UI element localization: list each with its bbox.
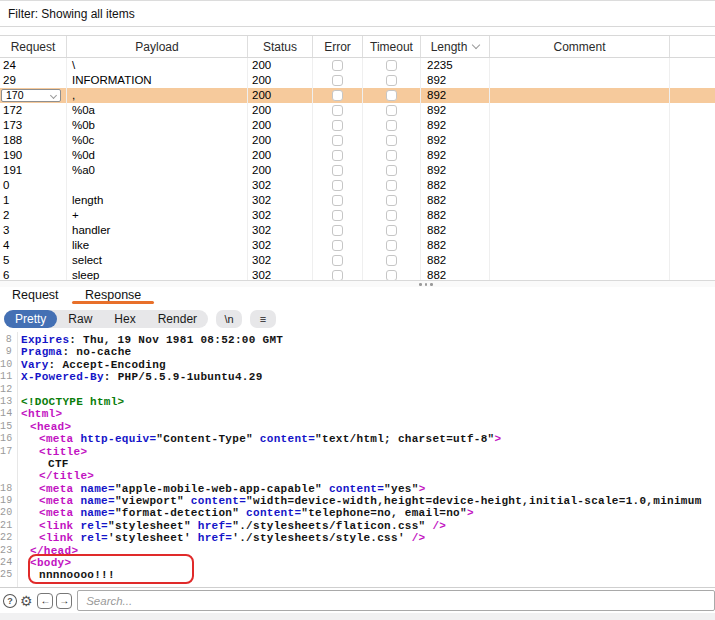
error-checkbox[interactable]: [332, 210, 343, 221]
error-checkbox[interactable]: [332, 180, 343, 191]
table-row[interactable]: 24\2002235: [0, 58, 715, 73]
table-row[interactable]: 191%a0200892: [0, 163, 715, 178]
error-checkbox[interactable]: [332, 270, 343, 280]
timeout-checkbox[interactable]: [386, 165, 397, 176]
view-render-button[interactable]: Render: [147, 310, 208, 328]
table-row[interactable]: 173%0b200892: [0, 118, 715, 133]
column-header-comment[interactable]: Comment: [490, 36, 670, 57]
column-header-request[interactable]: Request: [0, 36, 67, 57]
error-checkbox[interactable]: [332, 165, 343, 176]
view-raw-button[interactable]: Raw: [57, 310, 103, 328]
request-cell: 6: [0, 268, 67, 280]
payload-cell: like: [67, 238, 248, 253]
timeout-checkbox[interactable]: [386, 105, 397, 116]
error-cell: [313, 88, 363, 103]
timeout-checkbox[interactable]: [386, 120, 397, 131]
error-checkbox[interactable]: [332, 225, 343, 236]
length-cell: 882: [421, 223, 490, 238]
error-checkbox[interactable]: [332, 135, 343, 146]
code-line: 10Vary: Accept-Encoding: [0, 359, 715, 371]
error-checkbox[interactable]: [332, 60, 343, 71]
table-row[interactable]: 1length302882: [0, 193, 715, 208]
column-header-timeout[interactable]: Timeout: [363, 36, 421, 57]
request-cell: 24: [0, 58, 67, 73]
row-spacer: [670, 208, 715, 223]
error-cell: [313, 58, 363, 73]
error-cell: [313, 133, 363, 148]
settings-gear-icon[interactable]: ⚙: [20, 594, 33, 608]
row-selector-dropdown[interactable]: 170: [1, 89, 61, 102]
timeout-checkbox[interactable]: [386, 180, 397, 191]
payload-cell: handler: [67, 223, 248, 238]
timeout-cell: [363, 133, 421, 148]
length-cell: 892: [421, 118, 490, 133]
code-text: Expires: Thu, 19 Nov 1981 08:52:00 GMT: [15, 334, 283, 346]
timeout-checkbox[interactable]: [386, 75, 397, 86]
error-checkbox[interactable]: [332, 255, 343, 266]
table-row[interactable]: 2+302882: [0, 208, 715, 223]
table-row[interactable]: 6sleep302882: [0, 268, 715, 280]
timeout-checkbox[interactable]: [386, 150, 397, 161]
hamburger-icon: ≡: [260, 313, 266, 325]
response-code[interactable]: 8Expires: Thu, 19 Nov 1981 08:52:00 GMT9…: [0, 332, 715, 587]
timeout-checkbox[interactable]: [386, 225, 397, 236]
table-row[interactable]: 188%0c200892: [0, 133, 715, 148]
view-hex-button[interactable]: Hex: [103, 310, 146, 328]
timeout-checkbox[interactable]: [386, 60, 397, 71]
line-number: [0, 458, 15, 470]
splitter[interactable]: [0, 280, 715, 287]
bottom-strip: [0, 613, 715, 620]
error-checkbox[interactable]: [332, 105, 343, 116]
table-row[interactable]: 29INFORMATION200892: [0, 73, 715, 88]
line-number: 17: [0, 446, 15, 458]
line-number: 10: [0, 359, 15, 371]
table-row[interactable]: 3handler302882: [0, 223, 715, 238]
column-header-length[interactable]: Length: [421, 36, 490, 57]
splitter-handle-icon[interactable]: [419, 283, 433, 286]
error-checkbox[interactable]: [332, 240, 343, 251]
search-input[interactable]: [77, 590, 715, 611]
prev-match-button[interactable]: ←: [37, 593, 53, 609]
table-row[interactable]: 4like302882: [0, 238, 715, 253]
next-match-button[interactable]: →: [56, 593, 72, 609]
comment-cell: [490, 208, 670, 223]
timeout-checkbox[interactable]: [386, 90, 397, 101]
column-header-payload[interactable]: Payload: [67, 36, 248, 57]
table-row[interactable]: 5select302882: [0, 253, 715, 268]
error-checkbox[interactable]: [332, 75, 343, 86]
timeout-checkbox[interactable]: [386, 195, 397, 206]
timeout-checkbox[interactable]: [386, 135, 397, 146]
code-text: <meta name="format-detection" content="t…: [15, 507, 474, 519]
newline-toggle-button[interactable]: \n: [216, 310, 242, 328]
view-pretty-button[interactable]: Pretty: [4, 310, 57, 328]
timeout-checkbox[interactable]: [386, 270, 397, 280]
error-checkbox[interactable]: [332, 120, 343, 131]
error-checkbox[interactable]: [332, 150, 343, 161]
editor-menu-button[interactable]: ≡: [250, 310, 276, 328]
tab-response[interactable]: Response: [85, 288, 141, 302]
table-row[interactable]: 0302882: [0, 178, 715, 193]
timeout-checkbox[interactable]: [386, 240, 397, 251]
request-cell: 29: [0, 73, 67, 88]
column-header-error[interactable]: Error: [313, 36, 363, 57]
row-spacer: [670, 73, 715, 88]
column-header-status[interactable]: Status: [248, 36, 313, 57]
tab-request[interactable]: Request: [12, 288, 59, 302]
help-icon[interactable]: ?: [3, 594, 17, 608]
timeout-checkbox[interactable]: [386, 210, 397, 221]
payload-cell: select: [67, 253, 248, 268]
line-number: 12: [0, 384, 15, 396]
table-row[interactable]: 170,200892: [0, 88, 715, 103]
timeout-cell: [363, 253, 421, 268]
filter-bar[interactable]: Filter: Showing all items: [0, 0, 715, 27]
error-checkbox[interactable]: [332, 195, 343, 206]
row-spacer: [670, 163, 715, 178]
error-checkbox[interactable]: [332, 90, 343, 101]
length-cell: 892: [421, 88, 490, 103]
timeout-checkbox[interactable]: [386, 255, 397, 266]
table-row[interactable]: 190%0d200892: [0, 148, 715, 163]
status-cell: 302: [248, 208, 313, 223]
status-cell: 302: [248, 238, 313, 253]
table-row[interactable]: 172%0a200892: [0, 103, 715, 118]
code-text: <meta http-equiv="Content-Type" content=…: [15, 433, 501, 445]
